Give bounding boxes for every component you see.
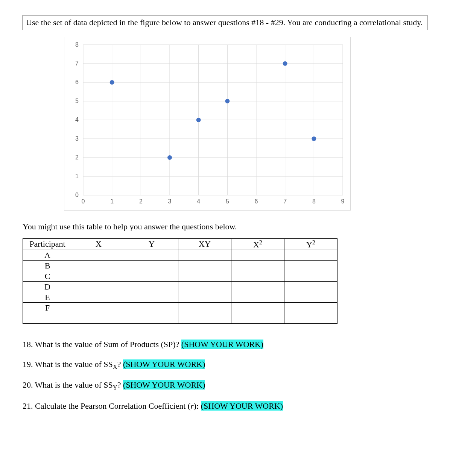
q21-highlight: (SHOW YOUR WORK) bbox=[201, 401, 283, 411]
svg-text:3: 3 bbox=[75, 135, 79, 142]
blank-cell bbox=[178, 292, 231, 303]
question-18: 18. What is the value of Sum of Products… bbox=[23, 339, 427, 350]
blank-cell bbox=[125, 292, 178, 303]
blank-cell bbox=[284, 250, 338, 261]
question-21: 21. Calculate the Pearson Correlation Co… bbox=[23, 400, 427, 412]
blank-cell bbox=[125, 271, 178, 282]
svg-point-43 bbox=[312, 136, 316, 141]
blank-cell bbox=[178, 271, 231, 282]
q20-highlight: (SHOW YOUR WORK) bbox=[123, 380, 205, 390]
svg-text:8: 8 bbox=[312, 198, 316, 205]
blank-cell bbox=[284, 313, 338, 324]
svg-point-42 bbox=[283, 61, 287, 66]
header-xy: XY bbox=[178, 238, 231, 250]
blank-cell bbox=[72, 261, 125, 271]
blank-cell bbox=[284, 261, 338, 271]
participant-cell: B bbox=[23, 261, 72, 271]
svg-text:1: 1 bbox=[110, 198, 114, 205]
header-x: X bbox=[72, 238, 125, 250]
question-19: 19. What is the value of SSX? (SHOW YOUR… bbox=[23, 359, 427, 371]
header-x2-exp: 2 bbox=[259, 239, 262, 246]
header-y-squared: Y2 bbox=[284, 238, 338, 250]
blank-cell bbox=[284, 282, 338, 292]
blank-cell bbox=[178, 313, 231, 324]
blank-cell bbox=[231, 282, 284, 292]
participant-cell: D bbox=[23, 282, 72, 292]
participant-cell: E bbox=[23, 292, 72, 303]
svg-text:1: 1 bbox=[75, 173, 79, 179]
svg-text:6: 6 bbox=[75, 79, 79, 85]
q20-sub: Y bbox=[113, 384, 117, 391]
header-participant: Participant bbox=[23, 238, 72, 250]
svg-text:7: 7 bbox=[75, 60, 79, 67]
q19-highlight: (SHOW YOUR WORK) bbox=[123, 359, 205, 369]
table-row: B bbox=[23, 261, 338, 271]
blank-cell bbox=[231, 271, 284, 282]
table-row: D bbox=[23, 282, 338, 292]
helper-text-span: You might use this table to help you ans… bbox=[23, 222, 237, 231]
header-y: Y bbox=[125, 238, 178, 250]
svg-text:7: 7 bbox=[283, 198, 287, 205]
svg-text:8: 8 bbox=[75, 41, 79, 48]
instruction-text: Use the set of data depicted in the figu… bbox=[26, 18, 423, 27]
svg-point-39 bbox=[167, 155, 172, 160]
header-x-squared: X2 bbox=[231, 238, 284, 250]
blank-cell bbox=[125, 313, 178, 324]
blank-cell bbox=[72, 271, 125, 282]
table-header-row: Participant X Y XY X2 Y2 bbox=[23, 238, 338, 250]
participant-cell: A bbox=[23, 250, 72, 261]
header-y2-exp: 2 bbox=[312, 239, 315, 246]
svg-text:4: 4 bbox=[75, 117, 79, 123]
blank-cell bbox=[231, 292, 284, 303]
svg-text:9: 9 bbox=[341, 198, 345, 205]
q20-pre: 20. What is the value of SS bbox=[23, 380, 113, 390]
helper-table-text: You might use this table to help you ans… bbox=[23, 222, 427, 232]
blank-cell bbox=[178, 282, 231, 292]
blank-cell bbox=[284, 303, 338, 313]
q19-pre: 19. What is the value of SS bbox=[23, 359, 113, 369]
questions-block: 18. What is the value of Sum of Products… bbox=[23, 339, 427, 412]
q21-post: ): bbox=[194, 401, 201, 411]
svg-text:5: 5 bbox=[226, 198, 229, 205]
table-row: E bbox=[23, 292, 338, 303]
q19-post: ? bbox=[117, 359, 123, 369]
svg-text:6: 6 bbox=[255, 198, 258, 205]
svg-text:0: 0 bbox=[75, 192, 79, 198]
svg-point-40 bbox=[196, 118, 201, 122]
blank-cell bbox=[72, 282, 125, 292]
q21-italic-r: r bbox=[190, 401, 194, 411]
blank-cell bbox=[231, 261, 284, 271]
blank-cell bbox=[72, 292, 125, 303]
svg-text:5: 5 bbox=[75, 98, 79, 104]
header-y2-base: Y bbox=[306, 240, 312, 249]
svg-point-38 bbox=[110, 80, 114, 85]
blank-cell bbox=[23, 313, 72, 324]
participant-cell: F bbox=[23, 303, 72, 313]
blank-cell bbox=[72, 313, 125, 324]
question-20: 20. What is the value of SSY? (SHOW YOUR… bbox=[23, 379, 427, 392]
table-row bbox=[23, 313, 338, 324]
scatter-chart: 0123456780123456789 bbox=[64, 37, 351, 211]
q18-text: 18. What is the value of Sum of Products… bbox=[23, 340, 181, 349]
blank-cell bbox=[125, 282, 178, 292]
header-x2-base: X bbox=[253, 240, 259, 249]
blank-cell bbox=[72, 250, 125, 261]
svg-point-41 bbox=[225, 99, 230, 103]
table-row: A bbox=[23, 250, 338, 261]
blank-cell bbox=[125, 250, 178, 261]
blank-cell bbox=[231, 250, 284, 261]
svg-text:3: 3 bbox=[168, 198, 172, 205]
blank-cell bbox=[284, 292, 338, 303]
worksheet-table: Participant X Y XY X2 Y2 ABCDEF bbox=[23, 238, 338, 324]
blank-cell bbox=[231, 313, 284, 324]
q18-highlight: (SHOW YOUR WORK) bbox=[181, 340, 263, 349]
svg-text:0: 0 bbox=[82, 198, 85, 205]
blank-cell bbox=[178, 261, 231, 271]
instruction-box: Use the set of data depicted in the figu… bbox=[23, 15, 427, 30]
chart-container: 0123456780123456789 bbox=[64, 37, 427, 211]
blank-cell bbox=[231, 303, 284, 313]
svg-text:2: 2 bbox=[75, 154, 79, 161]
blank-cell bbox=[178, 303, 231, 313]
blank-cell bbox=[125, 261, 178, 271]
q19-sub: X bbox=[113, 363, 117, 370]
